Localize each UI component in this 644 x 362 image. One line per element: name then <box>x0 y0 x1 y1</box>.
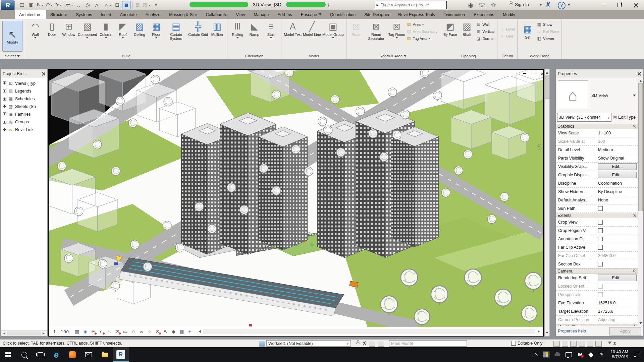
tray-app-grid-icon[interactable] <box>542 350 551 359</box>
exchange-apps-icon[interactable]: X <box>546 1 550 8</box>
visual-style-icon[interactable]: ◈ <box>81 328 89 335</box>
type-dropdown-icon[interactable] <box>633 95 636 98</box>
shaft-button[interactable]: ▨ Shaft <box>459 20 475 37</box>
property-row[interactable]: Locked Orient... <box>556 282 638 291</box>
network-icon[interactable] <box>564 350 573 359</box>
floor-button[interactable]: ▦ Floor <box>148 20 165 40</box>
checkbox[interactable] <box>598 228 603 233</box>
open-icon[interactable]: ▤ <box>18 1 26 9</box>
editable-only-checkbox[interactable]: Editable Only <box>511 341 542 346</box>
customize-qat-icon[interactable] <box>152 1 160 9</box>
area-button[interactable]: ⊠ Area <box>407 21 437 27</box>
wall-opening-button[interactable]: ⊟ Wall <box>476 21 495 27</box>
curtain-grid-button[interactable]: ╬ Curtain Grid <box>187 20 209 37</box>
property-value[interactable] <box>597 243 638 251</box>
type-selector[interactable]: 3D View: {3D - dninter ∨ <box>557 113 611 122</box>
expand-icon[interactable] <box>3 89 6 93</box>
taskbar-orange-app-button[interactable] <box>64 347 80 362</box>
expand-icon[interactable] <box>3 81 6 85</box>
mullion-button[interactable]: ▥ Mullion <box>209 20 225 37</box>
taskbar-clock[interactable]: 10:40 AM 8/7/2019 <box>608 350 630 360</box>
room-separator-button[interactable]: ⊠ Room Separator <box>365 20 388 41</box>
property-row[interactable]: Discipline Coordination Coordination <box>556 179 638 188</box>
rendering-dialog-icon[interactable]: ♨ <box>105 328 113 335</box>
browser-tree-item[interactable]: ▤ Legends <box>1 87 47 95</box>
ribbon-tab[interactable]: View <box>231 10 249 19</box>
onedrive-cloud-icon[interactable] <box>553 350 562 359</box>
property-value[interactable] <box>597 235 638 243</box>
ribbon-tab[interactable]: Revit Express Tools <box>394 10 439 19</box>
active-workset-dropdown[interactable]: Workset1 (Not Editable)∨ <box>266 340 351 347</box>
component-button[interactable]: ▧ Component <box>77 20 98 40</box>
expand-icon[interactable] <box>3 112 6 116</box>
tray-expand-icon[interactable] <box>531 350 540 359</box>
horizontal-scrollbar[interactable] <box>203 329 535 334</box>
switch-windows-icon[interactable]: ▥ <box>143 1 151 9</box>
tag-area-button[interactable]: ⊠ Tag Area <box>407 36 437 41</box>
drawing-area-3d-view[interactable]: 1 : 100 ▩ ◈ ☀ ◐ ♨ ⊠ ▭ ⌂ ∞ ○ <box>48 69 544 337</box>
help-search-box[interactable]: ▶ <box>375 1 447 9</box>
reveal-constraints-icon[interactable]: + <box>186 328 194 335</box>
browser-tree-item[interactable]: ∞ Revit Link <box>1 126 47 133</box>
curtain-system-button[interactable]: ▤ Curtain System <box>165 20 187 41</box>
checkbox[interactable] <box>511 341 516 346</box>
property-row[interactable]: Eye Elevation 162516.0 162516.0 <box>556 299 638 307</box>
property-row[interactable]: Scale Value 1: 100 100 <box>556 137 638 146</box>
detail-level-icon[interactable]: ▩ <box>73 328 81 335</box>
help-dropdown-icon[interactable] <box>568 4 570 7</box>
tag-room-button[interactable]: ⊠ Tag Room <box>388 20 406 41</box>
ribbon-tab[interactable]: Insert <box>96 10 115 19</box>
select-pinned-toggle-icon[interactable] <box>570 341 577 347</box>
property-value[interactable]: 1 : 100 1 : 100 <box>597 129 638 137</box>
properties-close-icon[interactable] <box>638 72 641 75</box>
viewer-button[interactable]: ◧ Viewer <box>537 36 559 41</box>
by-face-button[interactable]: ◩ By Face <box>442 20 459 37</box>
ceiling-button[interactable]: ▨ Ceiling <box>131 20 148 37</box>
property-row[interactable]: Show Hidden ... By Discipline By Discipl… <box>556 188 638 196</box>
ribbon-tab[interactable]: Site Designer <box>360 10 394 19</box>
property-value[interactable] <box>597 218 638 226</box>
checkbox[interactable] <box>598 237 603 241</box>
checkbox[interactable] <box>598 245 603 250</box>
expand-icon[interactable] <box>3 97 6 101</box>
thin-lines-icon[interactable]: ≣ <box>122 1 130 9</box>
grid-button[interactable]: # Grid <box>500 33 515 39</box>
expand-icon[interactable] <box>3 128 6 131</box>
area-boundary-button[interactable]: ▨ Area Boundary <box>407 28 437 34</box>
drag-on-selection-toggle-icon[interactable] <box>587 341 593 347</box>
property-value[interactable]: 100 100 <box>597 137 638 145</box>
ribbon-tab[interactable]: Add-Ins <box>273 10 297 19</box>
property-row[interactable]: Graphic Displa... Edit... Edit... <box>556 171 638 179</box>
set-workplane-button[interactable]: ▦ Set <box>519 23 536 40</box>
property-value[interactable]: Adjusting Adjusting <box>597 316 638 324</box>
search-go-icon[interactable]: ▶ <box>375 3 380 7</box>
ribbon-tab[interactable]: Manage <box>249 10 273 19</box>
select-by-face-toggle-icon[interactable] <box>579 341 585 347</box>
sun-path-off-icon[interactable]: ☀ <box>89 328 97 335</box>
selection-filter-indicator[interactable]: :0 <box>608 341 616 346</box>
room-button[interactable]: ⊠ Room <box>348 20 365 41</box>
worksharing-monitor-icon[interactable] <box>369 341 375 347</box>
close-button[interactable] <box>628 0 643 10</box>
measure-icon[interactable]: ⇄ <box>64 1 74 9</box>
taskbar-file-explorer-button[interactable] <box>97 347 113 362</box>
project-browser-close-icon[interactable] <box>42 72 45 75</box>
undo-icon[interactable]: ↶ <box>45 1 53 9</box>
browser-tree-item[interactable]: ▧ Sheets (Sh <box>1 103 47 110</box>
taskbar-edge-button[interactable]: e <box>48 347 64 362</box>
expand-icon[interactable] <box>3 105 6 108</box>
property-row[interactable]: Target Elevation 17725.6 17725.6 <box>556 307 638 316</box>
property-value[interactable] <box>597 282 638 290</box>
property-value[interactable] <box>597 291 638 299</box>
taskbar-search-button[interactable] <box>16 347 32 362</box>
select-underlay-toggle-icon[interactable] <box>562 341 568 347</box>
taskbar-revit-button[interactable]: R <box>113 347 129 362</box>
viewport-vertical-scrollbar[interactable] <box>544 69 550 337</box>
taskbar-mail-button[interactable] <box>80 347 97 362</box>
viewport-restore-icon[interactable] <box>531 71 536 76</box>
properties-scrollbar[interactable] <box>638 78 643 326</box>
dropbox-icon[interactable] <box>586 350 595 359</box>
redo-icon[interactable]: ↷ <box>54 1 62 9</box>
ribbon-tab[interactable]: Systems <box>71 10 96 19</box>
ribbon-tab[interactable]: Collaborate <box>202 10 232 19</box>
